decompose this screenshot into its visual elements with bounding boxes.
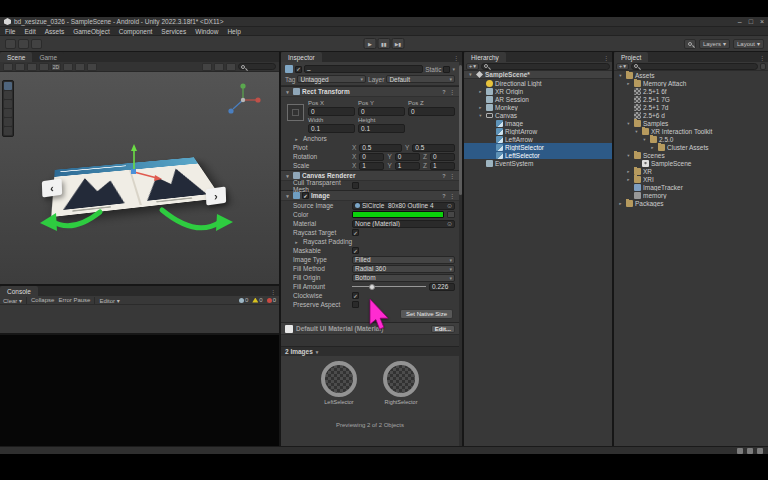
foldout-icon[interactable]: ▾: [641, 137, 648, 142]
layer-dropdown[interactable]: Default▾: [386, 75, 455, 83]
rect-transform-header[interactable]: ▾ Rect Transform ? ⋮: [281, 86, 459, 97]
rotation-y-field[interactable]: 0: [395, 153, 420, 161]
console-status-icon[interactable]: [757, 448, 763, 454]
set-native-size-button[interactable]: Set Native Size: [400, 309, 453, 319]
object-picker-icon[interactable]: ⊙: [447, 220, 452, 227]
foldout-icon[interactable]: ▸: [649, 145, 656, 150]
info-count[interactable]: 0: [239, 297, 248, 303]
width-field[interactable]: 0.1: [308, 124, 355, 133]
hierarchy-search-input[interactable]: [481, 63, 610, 70]
fill-amount-thumb[interactable]: [369, 284, 375, 290]
project-row[interactable]: ▾ XR Interaction Toolkit: [614, 127, 768, 135]
foldout-icon[interactable]: ▾: [467, 72, 474, 77]
clockwise-checkbox[interactable]: ✓: [352, 292, 359, 299]
object-name-field[interactable]: –: [304, 65, 423, 73]
maskable-checkbox[interactable]: ✓: [352, 247, 359, 254]
rotation-z-field[interactable]: 0: [430, 153, 455, 161]
maximize-button[interactable]: □: [749, 18, 753, 25]
lock-icon[interactable]: [760, 63, 766, 70]
gizmo-center-handle[interactable]: [131, 169, 136, 174]
anchor-presets-button[interactable]: [287, 104, 304, 121]
foldout-icon[interactable]: ▸: [477, 89, 484, 94]
kebab-icon[interactable]: ⋮: [267, 286, 279, 296]
help-icon[interactable]: ?: [441, 89, 446, 95]
audio-toggle-icon[interactable]: [75, 63, 85, 71]
create-button[interactable]: +▾: [616, 63, 629, 70]
project-search-input[interactable]: [631, 63, 758, 70]
project-row[interactable]: ImageTracker: [614, 183, 768, 191]
tab-console[interactable]: Console: [0, 286, 38, 296]
foldout-closed-icon[interactable]: ▸: [293, 136, 300, 142]
foldout-closed-icon[interactable]: ▸: [293, 239, 300, 245]
project-row[interactable]: ▸ Memory Attach: [614, 79, 768, 87]
hierarchy-row[interactable]: ▾ Canvas: [464, 111, 612, 119]
tab-hierarchy[interactable]: Hierarchy: [464, 52, 506, 62]
cull-transparent-mesh-checkbox[interactable]: [352, 182, 359, 189]
editor-search-button[interactable]: [684, 39, 696, 49]
foldout-open-icon[interactable]: ▾: [284, 173, 291, 179]
height-field[interactable]: 0.1: [358, 124, 405, 133]
warning-count[interactable]: 0: [252, 297, 262, 303]
fill-method-dropdown[interactable]: Radial 360▾: [352, 265, 455, 273]
view-orientation-gizmo[interactable]: [228, 83, 260, 113]
foldout-icon[interactable]: ▸: [625, 177, 632, 182]
project-row[interactable]: ▸ XRI: [614, 175, 768, 183]
hierarchy-row[interactable]: ▾ SampleScene*: [464, 71, 612, 79]
project-row[interactable]: 2.5+6 d: [614, 111, 768, 119]
hierarchy-row[interactable]: ▸ XR Origin: [464, 87, 612, 95]
project-row[interactable]: ▸ Packages: [614, 199, 768, 207]
project-row[interactable]: ▾ Assets: [614, 71, 768, 79]
foldout-icon[interactable]: ▾: [625, 121, 632, 126]
undo-history-icon[interactable]: [31, 39, 42, 49]
inspector-scrollbar[interactable]: [459, 62, 462, 446]
preserve-aspect-checkbox[interactable]: [352, 301, 359, 308]
source-image-field[interactable]: SlCircle_80x80 Outline 4⊙: [352, 202, 455, 210]
menu-item[interactable]: GameObject: [73, 28, 110, 35]
play-button[interactable]: ▶: [364, 38, 377, 49]
menu-item[interactable]: Component: [119, 28, 153, 35]
hierarchy-row[interactable]: LeftSelector: [464, 151, 612, 159]
menu-item[interactable]: File: [5, 28, 15, 35]
foldout-icon[interactable]: ▸: [625, 169, 632, 174]
error-count[interactable]: 0: [267, 297, 276, 303]
preview-section-header[interactable]: 2 Images ▾: [281, 346, 459, 356]
pause-button[interactable]: ▮▮: [378, 38, 391, 49]
hierarchy-row[interactable]: Directional Light: [464, 79, 612, 87]
hierarchy-row[interactable]: LeftArrow: [464, 135, 612, 143]
menu-item[interactable]: Help: [227, 28, 240, 35]
scene-view-tab[interactable]: Game: [32, 52, 64, 62]
scale-y-field[interactable]: 1: [395, 162, 420, 170]
foldout-open-icon[interactable]: ▾: [284, 89, 291, 95]
preview-item[interactable]: LeftSelector: [321, 361, 357, 420]
rotation-x-field[interactable]: 0: [359, 153, 384, 161]
project-row[interactable]: 2.5+1 7d: [614, 103, 768, 111]
static-dropdown-icon[interactable]: ▾: [452, 66, 455, 72]
grid-snap-icon[interactable]: [39, 63, 49, 71]
hierarchy-row[interactable]: AR Session: [464, 95, 612, 103]
editor-dropdown[interactable]: Editor ▾: [99, 297, 119, 304]
minimize-button[interactable]: –: [738, 18, 742, 25]
close-button[interactable]: ×: [760, 18, 764, 25]
hierarchy-row[interactable]: ▸ Monkey: [464, 103, 612, 111]
lighting-toggle-icon[interactable]: [63, 63, 73, 71]
collapse-toggle[interactable]: Collapse: [31, 297, 54, 303]
progress-icon[interactable]: [737, 448, 743, 454]
color-swatch[interactable]: [352, 211, 444, 218]
layers-dropdown[interactable]: Layers▾: [699, 39, 730, 49]
active-checkbox[interactable]: ✓: [295, 66, 302, 73]
help-icon[interactable]: ?: [441, 193, 446, 199]
foldout-open-icon[interactable]: ▾: [284, 193, 291, 199]
global-local-toggle-icon[interactable]: [27, 63, 37, 71]
step-button[interactable]: ▶▮: [392, 38, 405, 49]
static-checkbox[interactable]: [443, 66, 450, 73]
project-row[interactable]: ▾ Samples: [614, 119, 768, 127]
create-button[interactable]: +▾: [466, 63, 479, 70]
menu-item[interactable]: Window: [195, 28, 218, 35]
error-pause-toggle[interactable]: Error Pause: [58, 297, 90, 303]
kebab-icon[interactable]: ⋮: [449, 89, 457, 95]
gizmos-dropdown-icon[interactable]: [226, 63, 236, 71]
scene-search-input[interactable]: [238, 63, 276, 70]
notifications-icon[interactable]: [747, 448, 753, 454]
tab-project[interactable]: Project: [614, 52, 648, 62]
eyedropper-icon[interactable]: [447, 211, 455, 218]
